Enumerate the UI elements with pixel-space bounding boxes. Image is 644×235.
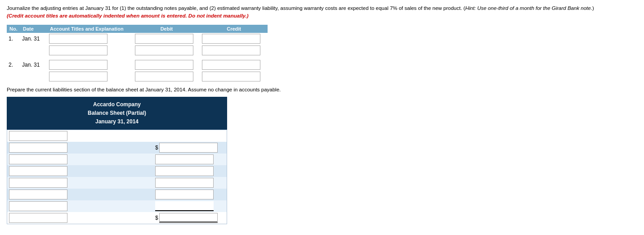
entry-no-2b bbox=[7, 71, 20, 82]
journal-row-2b bbox=[7, 71, 268, 82]
col-debit: Debit bbox=[133, 25, 201, 33]
entry-account-2b bbox=[47, 71, 133, 82]
bs-label-6 bbox=[9, 190, 81, 199]
entry-debit-2b bbox=[133, 71, 201, 82]
entry-debit-1a bbox=[133, 33, 201, 45]
journal-table: No. Date Account Titles and Explanation … bbox=[7, 25, 268, 82]
bs-amount-input-5[interactable] bbox=[155, 178, 214, 188]
account-input-2a[interactable] bbox=[49, 60, 107, 70]
bs-row-7 bbox=[7, 200, 227, 212]
entry-account-2a bbox=[47, 59, 133, 71]
bs-row-6 bbox=[7, 189, 227, 200]
entry-account-1b bbox=[47, 45, 133, 56]
credit-input-2b[interactable] bbox=[202, 72, 260, 81]
bs-amount-input-7[interactable] bbox=[155, 201, 214, 211]
bs-amount-input-3[interactable] bbox=[155, 154, 214, 164]
entry-account-1a bbox=[47, 33, 133, 45]
instructions-text: Journalize the adjusting entries at Janu… bbox=[7, 5, 636, 20]
bs-row-5 bbox=[7, 177, 227, 189]
bs-label-4 bbox=[9, 166, 81, 176]
debit-input-2b[interactable] bbox=[135, 72, 193, 81]
credit-input-1a[interactable] bbox=[202, 34, 260, 44]
bs-label-input-3[interactable] bbox=[9, 154, 67, 164]
col-credit: Credit bbox=[200, 25, 268, 33]
bs-amount-4 bbox=[155, 166, 225, 176]
credit-input-2a[interactable] bbox=[202, 60, 260, 70]
balance-sheet: Accardo Company Balance Sheet (Partial) … bbox=[7, 97, 227, 225]
entry-date-2: Jan. 31 bbox=[20, 59, 47, 71]
bs-label-input-7[interactable] bbox=[9, 201, 67, 211]
bs-amount-2: $ bbox=[155, 143, 225, 153]
bs-body: $ bbox=[7, 130, 227, 224]
col-date: Date bbox=[20, 25, 47, 33]
bs-label-input-6[interactable] bbox=[9, 190, 67, 199]
bs-date: January 31, 2014 bbox=[9, 118, 225, 126]
bs-row-8: $ bbox=[7, 212, 227, 224]
journal-row-1a: 1. Jan. 31 bbox=[7, 33, 268, 45]
entry-no-1: 1. bbox=[7, 33, 20, 45]
hint-text: Hint: Use one-third of a month for the G… bbox=[465, 5, 592, 11]
bs-amount-input-8[interactable] bbox=[159, 213, 218, 223]
bs-label-input-5[interactable] bbox=[9, 178, 67, 188]
account-input-2b[interactable] bbox=[49, 72, 107, 81]
bs-label-1 bbox=[9, 131, 81, 141]
journal-row-2a: 2. Jan. 31 bbox=[7, 59, 268, 71]
bs-label-input-1[interactable] bbox=[9, 131, 67, 141]
bs-amount-input-4[interactable] bbox=[155, 166, 214, 176]
bs-amount-7 bbox=[155, 201, 225, 211]
entry-date-1: Jan. 31 bbox=[20, 33, 47, 45]
debit-input-1b[interactable] bbox=[135, 45, 193, 55]
entry-credit-2a bbox=[200, 59, 268, 71]
bs-label-input-2[interactable] bbox=[9, 143, 67, 153]
entry-credit-1a bbox=[200, 33, 268, 45]
entry-date-2b bbox=[20, 71, 47, 82]
bs-amount-8: $ bbox=[155, 213, 225, 223]
col-account: Account Titles and Explanation bbox=[47, 25, 133, 33]
dollar-sign-2: $ bbox=[155, 145, 158, 151]
entry-credit-2b bbox=[200, 71, 268, 82]
account-input-1b[interactable] bbox=[49, 45, 107, 55]
entry-date-1b bbox=[20, 45, 47, 56]
bs-label-input-4[interactable] bbox=[9, 166, 67, 176]
credit-input-1b[interactable] bbox=[202, 45, 260, 55]
bs-amount-6 bbox=[155, 190, 225, 199]
bs-row-1 bbox=[7, 130, 227, 142]
debit-input-2a[interactable] bbox=[135, 60, 193, 70]
entry-credit-1b bbox=[200, 45, 268, 56]
col-no: No. bbox=[7, 25, 20, 33]
bs-header: Accardo Company Balance Sheet (Partial) … bbox=[7, 97, 227, 130]
bs-row-3 bbox=[7, 154, 227, 165]
main-instruction: Journalize the adjusting entries at Janu… bbox=[7, 5, 594, 11]
account-input-1a[interactable] bbox=[49, 34, 107, 44]
bs-row-4 bbox=[7, 165, 227, 177]
bs-amount-3 bbox=[155, 154, 225, 164]
bs-label-8 bbox=[9, 213, 81, 223]
prepare-text: Prepare the current liabilities section … bbox=[7, 87, 637, 92]
bs-amount-5 bbox=[155, 178, 225, 188]
debit-input-1a[interactable] bbox=[135, 34, 193, 44]
journal-row-1b bbox=[7, 45, 268, 56]
entry-debit-2a bbox=[133, 59, 201, 71]
bs-row-2: $ bbox=[7, 142, 227, 154]
bs-amount-input-2[interactable] bbox=[159, 143, 218, 153]
credit-note: (Credit account titles are automatically… bbox=[7, 13, 249, 18]
bs-label-7 bbox=[9, 201, 81, 211]
bs-company: Accardo Company bbox=[9, 100, 225, 109]
bs-label-3 bbox=[9, 154, 81, 164]
entry-no-1b bbox=[7, 45, 20, 56]
bs-title: Balance Sheet (Partial) bbox=[9, 109, 225, 118]
dollar-sign-8: $ bbox=[155, 215, 158, 221]
entry-debit-1b bbox=[133, 45, 201, 56]
bs-label-2 bbox=[9, 143, 81, 153]
bs-label-input-8[interactable] bbox=[9, 213, 67, 223]
bs-amount-input-6[interactable] bbox=[155, 190, 214, 199]
entry-no-2: 2. bbox=[7, 59, 20, 71]
bs-label-5 bbox=[9, 178, 81, 188]
